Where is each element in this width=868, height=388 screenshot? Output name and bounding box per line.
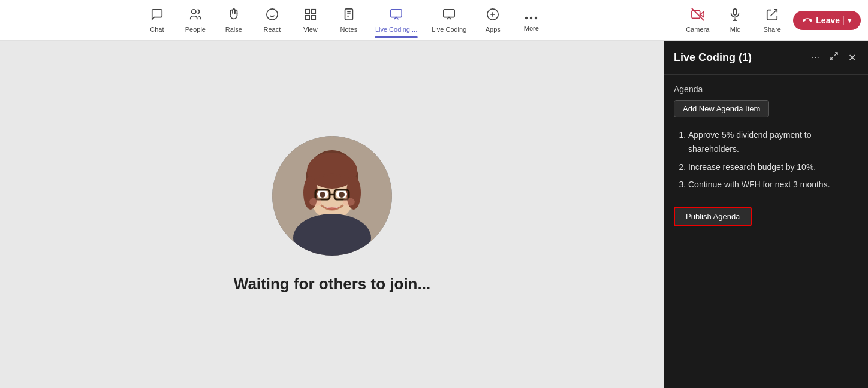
apps-icon <box>486 8 499 24</box>
chat-icon <box>150 8 164 24</box>
side-panel-actions: ··· ✕ <box>809 49 858 66</box>
live-coding-2-icon <box>442 8 456 24</box>
more-label: More <box>524 25 539 32</box>
live-coding-2-label: Live Coding <box>432 26 466 33</box>
view-label: View <box>303 26 318 33</box>
svg-point-17 <box>525 16 528 19</box>
notes-label: Notes <box>340 26 358 33</box>
waiting-text: Waiting for others to join... <box>234 275 430 293</box>
apps-label: Apps <box>486 26 501 33</box>
svg-rect-8 <box>345 8 352 19</box>
mic-icon <box>728 8 742 24</box>
side-panel-popout-button[interactable] <box>827 49 841 66</box>
toolbar-item-raise[interactable]: Raise <box>216 4 252 37</box>
agenda-item-2: Increase research budget by 10%. <box>688 160 858 175</box>
mic-button[interactable]: Mic <box>719 4 751 37</box>
toolbar-item-notes[interactable]: Notes <box>331 4 367 37</box>
agenda-label: Agenda <box>674 84 858 94</box>
svg-point-41 <box>309 198 321 206</box>
share-button[interactable]: Share <box>756 4 788 37</box>
svg-rect-5 <box>312 9 315 13</box>
svg-point-0 <box>191 9 195 13</box>
svg-point-19 <box>535 16 537 19</box>
react-label: React <box>264 26 281 33</box>
camera-label: Camera <box>686 26 709 33</box>
more-icon <box>525 9 538 23</box>
agenda-item-3: Continue with WFH for next 3 months. <box>688 178 858 192</box>
svg-point-1 <box>267 8 278 19</box>
toolbar-item-people[interactable]: People <box>177 4 213 37</box>
svg-point-42 <box>343 198 355 206</box>
main-area: Waiting for others to join... Live Codin… <box>0 41 868 388</box>
svg-point-36 <box>320 192 326 198</box>
agenda-list: Approve 5% dividend payment to sharehold… <box>674 128 858 192</box>
side-panel: Live Coding (1) ··· ✕ Agenda Add New Age… <box>664 41 868 388</box>
share-icon <box>765 8 779 24</box>
toolbar-item-live-coding-active[interactable]: Live Coding ... <box>369 4 423 37</box>
svg-rect-13 <box>444 9 454 17</box>
leave-button[interactable]: Leave ▾ <box>793 11 861 30</box>
mic-label: Mic <box>730 26 740 33</box>
svg-point-18 <box>530 16 532 19</box>
add-agenda-button[interactable]: Add New Agenda Item <box>674 100 769 117</box>
notes-icon <box>342 8 355 24</box>
svg-rect-6 <box>306 15 309 19</box>
svg-rect-22 <box>734 8 737 14</box>
side-panel-close-button[interactable]: ✕ <box>846 50 858 66</box>
side-panel-header: Live Coding (1) ··· ✕ <box>664 41 868 75</box>
toolbar-item-live-coding-2[interactable]: Live Coding <box>426 4 472 37</box>
camera-button[interactable]: Camera <box>681 4 714 37</box>
toolbar-left: Chat People Raise React <box>7 4 681 37</box>
chat-label: Chat <box>150 26 164 33</box>
avatar <box>272 136 392 256</box>
side-panel-more-button[interactable]: ··· <box>809 50 822 65</box>
toolbar-item-view[interactable]: View <box>293 4 328 37</box>
react-icon <box>266 8 279 24</box>
live-coding-active-label: Live Coding ... <box>375 26 417 33</box>
toolbar: Chat People Raise React <box>0 0 868 41</box>
svg-rect-7 <box>312 15 315 19</box>
toolbar-item-apps[interactable]: Apps <box>475 4 511 37</box>
svg-line-25 <box>771 9 777 16</box>
publish-agenda-button[interactable]: Publish Agenda <box>674 207 752 226</box>
toolbar-item-chat[interactable]: Chat <box>139 4 175 37</box>
meeting-view: Waiting for others to join... <box>0 41 664 388</box>
svg-rect-12 <box>391 9 402 17</box>
raise-label: Raise <box>225 26 242 33</box>
leave-phone-icon <box>803 16 812 25</box>
raise-icon <box>227 8 240 24</box>
agenda-item-1: Approve 5% dividend payment to sharehold… <box>688 128 858 157</box>
side-panel-title: Live Coding (1) <box>674 51 752 64</box>
leave-chevron[interactable]: ▾ <box>843 16 851 25</box>
camera-icon <box>691 8 704 24</box>
toolbar-item-react[interactable]: React <box>254 4 290 37</box>
svg-point-37 <box>339 192 345 198</box>
leave-label: Leave <box>816 16 840 25</box>
view-icon <box>304 8 317 24</box>
toolbar-right: Camera Mic Share Leave ▾ <box>681 4 861 37</box>
share-label: Share <box>764 26 781 33</box>
svg-rect-4 <box>306 9 309 13</box>
toolbar-item-more[interactable]: More <box>513 5 549 35</box>
people-label: People <box>185 26 206 33</box>
live-coding-active-icon <box>390 8 403 24</box>
people-icon <box>189 8 202 24</box>
side-panel-body: Agenda Add New Agenda Item Approve 5% di… <box>664 75 868 388</box>
